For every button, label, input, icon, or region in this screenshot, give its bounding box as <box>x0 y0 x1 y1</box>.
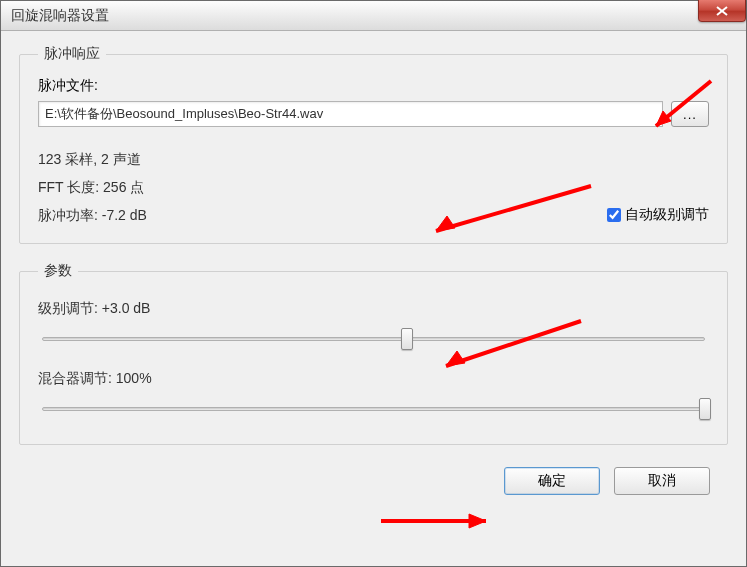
params-group: 参数 级别调节: +3.0 dB 混合器调节: 100% <box>19 262 728 445</box>
auto-level-label[interactable]: 自动级别调节 <box>625 206 709 224</box>
svg-marker-9 <box>469 514 486 528</box>
impulse-legend: 脉冲响应 <box>38 45 106 63</box>
cancel-label: 取消 <box>648 472 676 490</box>
mix-label: 混合器调节: 100% <box>38 370 709 388</box>
level-label: 级别调节: +3.0 dB <box>38 300 709 318</box>
auto-level-checkbox[interactable] <box>607 208 621 222</box>
ok-button[interactable]: 确定 <box>504 467 600 495</box>
params-legend: 参数 <box>38 262 78 280</box>
cancel-button[interactable]: 取消 <box>614 467 710 495</box>
file-row: ... <box>38 101 709 127</box>
mix-slider-thumb[interactable] <box>699 398 711 420</box>
ok-label: 确定 <box>538 472 566 490</box>
file-label: 脉冲文件: <box>38 77 709 95</box>
slider-track-line <box>42 407 705 411</box>
dialog-window: 回旋混响器设置 脉冲响应 脉冲文件: ... 123 采样, 2 声道 FFT … <box>0 0 747 567</box>
impulse-file-input[interactable] <box>38 101 663 127</box>
slider-track-line <box>42 337 705 341</box>
dialog-body: 脉冲响应 脉冲文件: ... 123 采样, 2 声道 FFT 长度: 256 … <box>1 31 746 509</box>
close-button[interactable] <box>698 0 746 22</box>
dialog-footer: 确定 取消 <box>19 463 728 495</box>
samples-line: 123 采样, 2 声道 <box>38 145 709 173</box>
browse-button[interactable]: ... <box>671 101 709 127</box>
fft-line: FFT 长度: 256 点 <box>38 173 709 201</box>
titlebar: 回旋混响器设置 <box>1 1 746 31</box>
level-slider-thumb[interactable] <box>401 328 413 350</box>
close-icon <box>716 6 728 16</box>
impulse-group: 脉冲响应 脉冲文件: ... 123 采样, 2 声道 FFT 长度: 256 … <box>19 45 728 244</box>
mix-slider[interactable] <box>42 398 705 418</box>
browse-label: ... <box>683 107 697 122</box>
level-slider[interactable] <box>42 328 705 348</box>
window-title: 回旋混响器设置 <box>11 7 109 25</box>
